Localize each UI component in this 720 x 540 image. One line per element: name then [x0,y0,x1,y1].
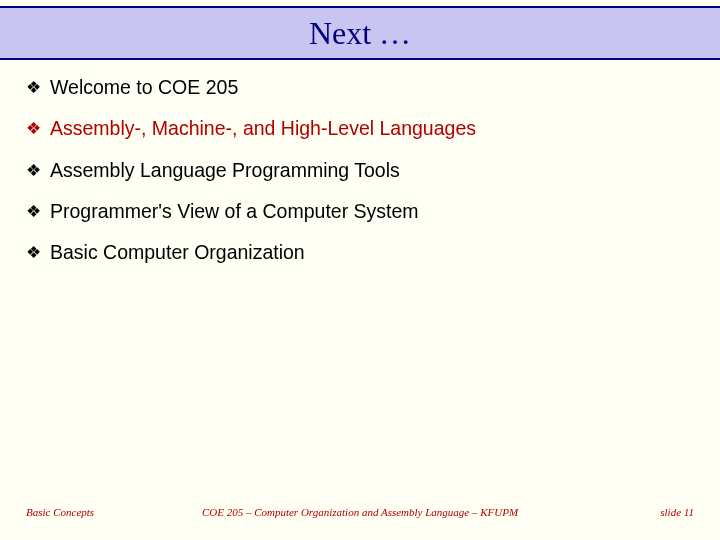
diamond-bullet-icon: ❖ [26,242,41,265]
bullet-text: Assembly-, Machine-, and High-Level Lang… [50,115,476,141]
diamond-bullet-icon: ❖ [26,201,41,224]
footer-center: COE 205 – Computer Organization and Asse… [193,506,527,518]
slide-footer: Basic Concepts COE 205 – Computer Organi… [0,506,720,518]
bullet-text: Welcome to COE 205 [50,74,238,100]
bullet-text: Basic Computer Organization [50,239,305,265]
bullet-item: ❖ Welcome to COE 205 [26,74,694,100]
diamond-bullet-icon: ❖ [26,160,41,183]
slide-title: Next … [309,15,411,52]
diamond-bullet-icon: ❖ [26,118,41,141]
bullet-text: Assembly Language Programming Tools [50,157,400,183]
footer-left: Basic Concepts [26,506,193,518]
footer-right: slide 11 [527,506,694,518]
bullet-item: ❖ Assembly-, Machine-, and High-Level La… [26,115,694,141]
slide-content: ❖ Welcome to COE 205 ❖ Assembly-, Machin… [0,60,720,266]
bullet-item: ❖ Basic Computer Organization [26,239,694,265]
slide-title-bar: Next … [0,6,720,60]
bullet-item: ❖ Assembly Language Programming Tools [26,157,694,183]
bullet-item: ❖ Programmer's View of a Computer System [26,198,694,224]
diamond-bullet-icon: ❖ [26,77,41,100]
bullet-text: Programmer's View of a Computer System [50,198,419,224]
